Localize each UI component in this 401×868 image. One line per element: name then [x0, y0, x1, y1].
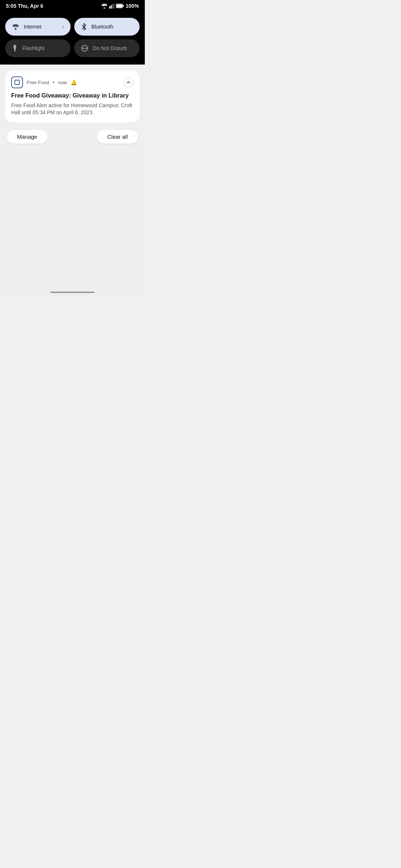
svg-rect-2 [111, 5, 112, 9]
bluetooth-icon [81, 23, 87, 30]
svg-rect-1 [109, 6, 110, 9]
notification-card: Free Food • now 🔔 Free Food Giveaway: Gi… [5, 70, 140, 122]
status-time: 5:05 Thu, Apr 6 [6, 3, 43, 9]
internet-tile-label: Internet [24, 24, 58, 30]
notification-app-icon [11, 76, 23, 88]
flashlight-tile-label: Flashlight [22, 45, 64, 51]
notification-actions: Manage Clear all [5, 130, 140, 144]
notification-app-name: Free Food [27, 80, 49, 85]
qs-tile-dnd[interactable]: Do Not Disturb [74, 39, 140, 57]
flashlight-icon [12, 45, 18, 52]
battery-status-icon [116, 4, 124, 8]
dnd-tile-label: Do Not Disturb [93, 45, 133, 51]
svg-rect-13 [15, 80, 19, 85]
internet-tile-arrow: › [62, 24, 64, 30]
svg-point-0 [104, 7, 105, 9]
battery-percent: 100% [125, 3, 139, 9]
notification-app-info: Free Food • now 🔔 [11, 76, 77, 88]
notification-time-separator: • [53, 80, 55, 85]
svg-rect-10 [14, 50, 16, 52]
qs-tile-internet[interactable]: Internet › [5, 18, 71, 36]
dnd-icon [81, 45, 88, 52]
home-bar [50, 292, 95, 293]
svg-rect-7 [117, 4, 123, 8]
notification-body: Free Food Alert active for Homewood Camp… [11, 102, 134, 116]
svg-rect-9 [14, 45, 16, 46]
svg-point-8 [15, 28, 16, 30]
manage-button[interactable]: Manage [7, 130, 48, 144]
svg-rect-4 [114, 3, 114, 9]
status-bar: 5:05 Thu, Apr 6 [0, 0, 145, 12]
wifi-status-icon [101, 3, 108, 9]
notification-time: now [58, 80, 67, 85]
notification-bell-icon: 🔔 [71, 79, 77, 85]
notifications-panel: Free Food • now 🔔 Free Food Giveaway: Gi… [0, 65, 145, 287]
quick-settings-panel: Internet › Bluetooth Flashlight [0, 12, 145, 65]
qs-tile-flashlight[interactable]: Flashlight [5, 39, 71, 57]
qs-tile-bluetooth[interactable]: Bluetooth [74, 18, 140, 36]
notification-collapse-button[interactable] [123, 77, 134, 88]
clear-all-button[interactable]: Clear all [97, 130, 138, 144]
notification-header: Free Food • now 🔔 [11, 76, 134, 88]
home-indicator [0, 287, 145, 296]
wifi-icon [12, 24, 19, 30]
status-icons: 100% [101, 3, 139, 9]
bluetooth-tile-label: Bluetooth [91, 24, 133, 30]
notification-title: Free Food Giveaway: Giveaway in Library [11, 92, 134, 100]
svg-rect-3 [112, 4, 113, 9]
svg-rect-6 [123, 5, 124, 7]
signal-status-icon [109, 3, 114, 9]
